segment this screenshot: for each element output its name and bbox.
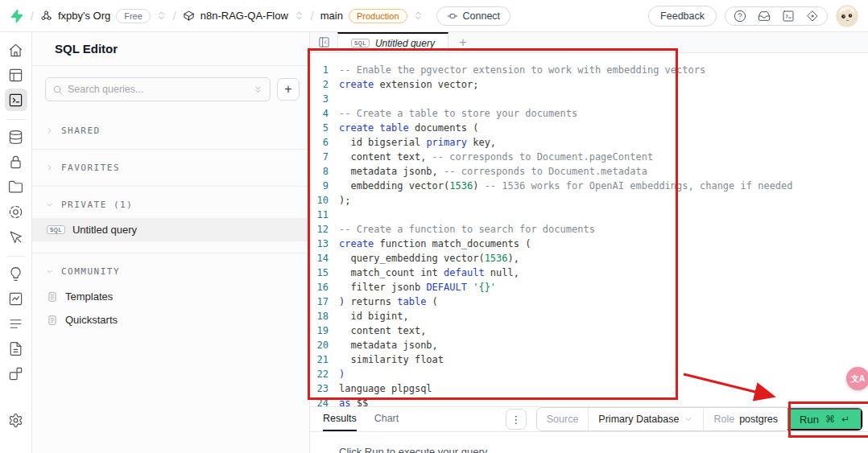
code-line: 3 <box>310 92 868 106</box>
branch-breadcrumb[interactable]: main Production <box>320 9 424 23</box>
home-icon[interactable] <box>5 39 27 61</box>
help-icon[interactable] <box>734 10 746 23</box>
code-line: 11 <box>310 208 868 222</box>
source-label: Source <box>537 408 589 430</box>
section-header-community[interactable]: COMMUNITY <box>32 258 309 285</box>
role-label: Role <box>713 414 734 425</box>
project-breadcrumb[interactable]: n8n-RAG-QA-Flow <box>183 10 304 22</box>
header-actions: Feedback <box>648 5 858 27</box>
sidebar-title: SQL Editor <box>32 32 309 66</box>
code-line: 24as $$ <box>310 396 868 406</box>
tab-chart[interactable]: Chart <box>374 407 399 431</box>
query-list-item[interactable]: SQL Untitled query <box>32 218 309 241</box>
sql-code-editor[interactable]: 1-- Enable the pgvector extension to wor… <box>310 53 868 406</box>
search-queries-box[interactable] <box>45 77 271 101</box>
collapse-sidebar-icon[interactable] <box>310 32 337 52</box>
enter-key-icon: ↵ <box>841 414 849 425</box>
nav-rail <box>0 32 32 453</box>
branch-name: main <box>320 10 343 22</box>
community-item-label: Templates <box>65 290 113 303</box>
ai-assistant-icon[interactable] <box>806 10 819 23</box>
branch-switcher-chevrons-icon[interactable] <box>413 10 424 21</box>
feedback-button[interactable]: Feedback <box>648 6 717 27</box>
tab-label: Untitled query <box>375 38 435 49</box>
org-name: fxpby's Org <box>58 10 110 22</box>
org-switcher-chevrons-icon[interactable] <box>156 10 167 21</box>
tab-untitled-query[interactable]: SQL Untitled query <box>337 32 448 52</box>
section-label: COMMUNITY <box>61 266 120 277</box>
database-select[interactable]: Primary Database <box>589 408 703 430</box>
user-avatar[interactable] <box>836 5 858 27</box>
new-query-button[interactable]: + <box>277 78 300 101</box>
code-line: 2create extension vector; <box>310 77 868 92</box>
project-name: n8n-RAG-QA-Flow <box>200 10 288 22</box>
api-docs-icon[interactable] <box>5 337 27 360</box>
results-panel: Click Run to execute your query <box>310 432 868 453</box>
reports-icon[interactable] <box>5 287 27 310</box>
search-queries-input[interactable] <box>68 84 248 95</box>
advisors-icon[interactable] <box>5 262 27 285</box>
sql-editor-icon[interactable] <box>5 89 27 111</box>
edge-functions-icon[interactable] <box>5 200 27 223</box>
chevron-right-icon <box>45 163 54 172</box>
settings-icon[interactable] <box>5 409 27 431</box>
breadcrumb-separator: / <box>31 10 34 23</box>
database-select-value: Primary Database <box>598 414 679 425</box>
database-icon[interactable] <box>5 126 27 148</box>
logs-icon[interactable] <box>5 312 27 335</box>
role-select[interactable]: Role postgres <box>704 408 787 430</box>
editor-tabstrip: SQL Untitled query + <box>310 32 868 53</box>
connect-button[interactable]: Connect <box>436 6 511 26</box>
community-item-templates[interactable]: Templates <box>32 285 309 308</box>
supabase-logo-icon[interactable] <box>8 8 24 24</box>
inbox-icon[interactable] <box>758 10 771 23</box>
run-label: Run <box>800 414 819 426</box>
integrations-icon[interactable] <box>5 362 27 385</box>
code-line: 7 content text, -- corresponds to Docume… <box>310 150 868 164</box>
section-private: PRIVATE (1) SQL Untitled query <box>32 187 309 253</box>
tab-results[interactable]: Results <box>323 407 357 431</box>
section-favorites: FAVORITES <box>32 150 309 187</box>
new-tab-button[interactable]: + <box>448 32 477 52</box>
community-item-quickstarts[interactable]: Quickstarts <box>32 308 309 332</box>
sql-badge-icon: SQL <box>351 39 370 48</box>
code-line: 6 id bigserial primary key, <box>310 135 868 150</box>
code-line: 19 content text, <box>310 323 868 338</box>
section-header-shared[interactable]: SHARED <box>32 117 309 144</box>
table-editor-icon[interactable] <box>5 64 27 86</box>
breadcrumb-separator: / <box>173 10 176 23</box>
storage-icon[interactable] <box>5 175 27 198</box>
production-badge: Production <box>349 9 407 23</box>
editor-area: SQL Untitled query + 1-- Enable the pgve… <box>310 32 868 453</box>
organization-icon <box>40 10 52 22</box>
section-label: FAVORITES <box>61 163 120 173</box>
double-chevron-down-icon[interactable] <box>253 84 263 95</box>
code-line: 1-- Enable the pgvector extension to wor… <box>310 63 868 77</box>
chevron-right-icon <box>45 126 54 135</box>
code-line: 12-- Create a function to search for doc… <box>310 222 868 237</box>
sidebar-search-row: + <box>32 66 309 113</box>
realtime-icon[interactable] <box>5 225 27 248</box>
section-label: PRIVATE (1) <box>61 200 133 210</box>
project-icon <box>183 10 195 22</box>
command-log-icon[interactable] <box>782 10 795 23</box>
code-lines: 1-- Enable the pgvector extension to wor… <box>310 63 868 406</box>
rail-divider <box>7 256 25 257</box>
search-icon <box>52 84 63 95</box>
code-line: 23language plpgsql <box>310 381 868 396</box>
project-switcher-chevrons-icon[interactable] <box>294 10 304 21</box>
community-item-label: Quickstarts <box>65 314 118 326</box>
translate-extension-icon[interactable]: 文A <box>846 367 868 390</box>
authentication-icon[interactable] <box>5 150 27 173</box>
header-icon-group <box>725 6 828 26</box>
connect-label: Connect <box>463 10 501 22</box>
toolbar-right: ⋮ Source Primary Database Role postgres <box>506 407 863 431</box>
more-options-kebab-icon[interactable]: ⋮ <box>506 409 527 430</box>
run-button[interactable]: Run ⌘ ↵ <box>787 408 862 430</box>
section-header-favorites[interactable]: FAVORITES <box>32 154 309 181</box>
document-icon <box>47 315 58 326</box>
section-label: SHARED <box>61 126 101 136</box>
code-line: 20 metadata jsonb, <box>310 338 868 352</box>
org-breadcrumb[interactable]: fxpby's Org Free <box>40 9 167 23</box>
section-header-private[interactable]: PRIVATE (1) <box>32 191 309 218</box>
